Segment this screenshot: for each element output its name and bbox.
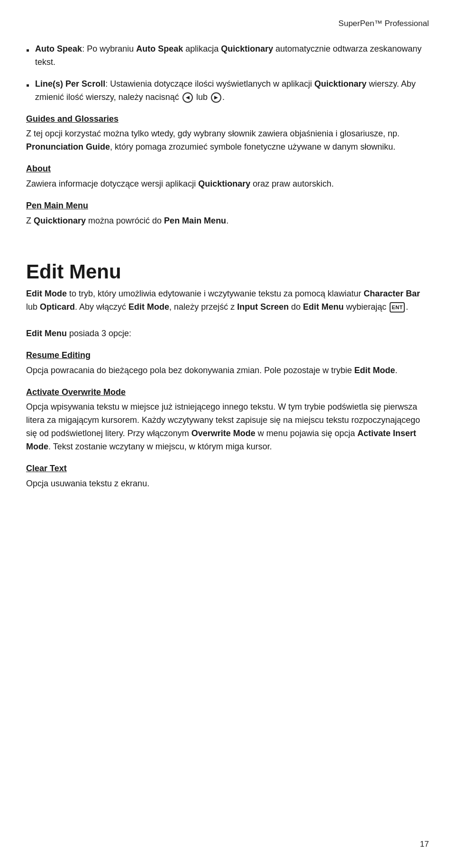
resume-editing-heading: Resume Editing (26, 349, 429, 362)
content-area: ▪ Auto Speak: Po wybraniu Auto Speak apl… (26, 43, 429, 491)
clear-text-text: Opcja usuwania tekstu z ekranu. (26, 479, 149, 488)
activate-overwrite-section: Activate Overwrite Mode Opcja wpisywania… (26, 386, 429, 454)
resume-editing-text: Opcja powracania do bieżącego pola bez d… (26, 366, 397, 375)
auto-speak-text: Auto Speak: Po wybraniu Auto Speak aplik… (35, 43, 429, 69)
guides-glossaries-heading: Guides and Glossaries (26, 113, 429, 126)
lines-per-scroll-section: ▪ Line(s) Per Scroll: Ustawienia dotyczą… (26, 78, 429, 104)
lines-per-scroll-label: Line(s) Per Scroll (35, 79, 105, 89)
divider (26, 235, 429, 245)
pen-main-menu-section: Pen Main Menu Z Quicktionary można powró… (26, 199, 429, 228)
page-header: SuperPen™ Professional (26, 19, 429, 28)
bullet-marker-lines: ▪ (26, 78, 29, 93)
pen-main-menu-heading: Pen Main Menu (26, 199, 429, 213)
clear-text-heading: Clear Text (26, 462, 429, 475)
edit-menu-intro-section: Edit Mode to tryb, który umożliwia edyto… (26, 287, 429, 340)
page-number: 17 (420, 840, 429, 849)
about-heading: About (26, 162, 429, 176)
edit-menu-options-text: Edit Menu posiada 3 opcje: (26, 329, 131, 338)
bullet-marker-auto-speak: ▪ (26, 43, 29, 58)
edit-menu-intro-text: Edit Mode to tryb, który umożliwia edyto… (26, 289, 420, 312)
pen-main-menu-text: Z Quicktionary można powrócić do Pen Mai… (26, 216, 228, 225)
about-section: About Zawiera informacje dotyczące wersj… (26, 162, 429, 191)
right-arrow-icon: ► (211, 92, 221, 103)
header-title: SuperPen™ Professional (338, 19, 429, 28)
page-footer: 17 (420, 840, 429, 849)
lines-per-scroll-text: Line(s) Per Scroll: Ustawienia dotyczące… (35, 78, 429, 104)
left-arrow-icon: ◄ (182, 92, 193, 103)
activate-overwrite-heading: Activate Overwrite Mode (26, 386, 429, 399)
guides-glossaries-section: Guides and Glossaries Z tej opcji korzys… (26, 113, 429, 154)
clear-text-section: Clear Text Opcja usuwania tekstu z ekran… (26, 462, 429, 491)
guides-glossaries-text: Z tej opcji korzystać można tylko wtedy,… (26, 129, 400, 152)
about-text: Zawiera informacje dotyczące wersji apli… (26, 179, 334, 188)
auto-speak-section: ▪ Auto Speak: Po wybraniu Auto Speak apl… (26, 43, 429, 69)
resume-editing-section: Resume Editing Opcja powracania do bieżą… (26, 349, 429, 377)
edit-menu-title: Edit Menu (26, 260, 429, 284)
ent-icon: ENT (390, 302, 405, 313)
auto-speak-label: Auto Speak (35, 44, 82, 54)
page-container: SuperPen™ Professional ▪ Auto Speak: Po … (0, 0, 455, 868)
activate-overwrite-text: Opcja wpisywania tekstu w miejsce już is… (26, 402, 420, 451)
